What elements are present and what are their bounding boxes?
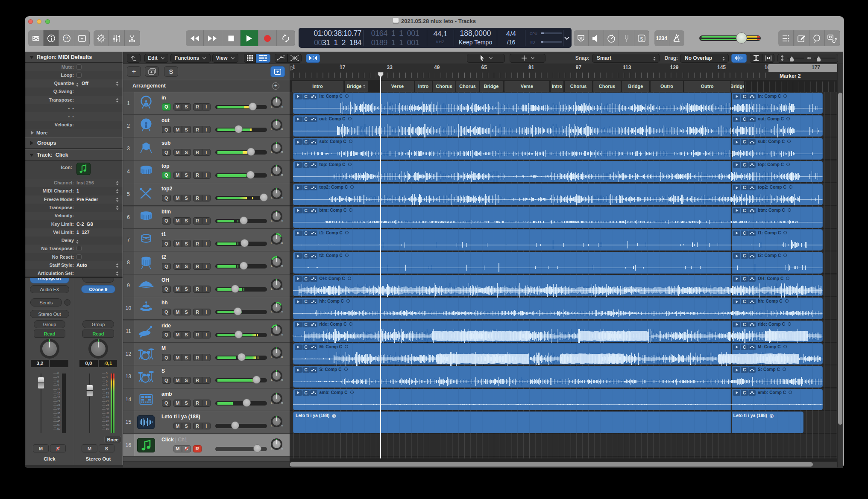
svg-text:?: ? [65, 36, 67, 41]
svg-text:S: S [640, 36, 643, 41]
